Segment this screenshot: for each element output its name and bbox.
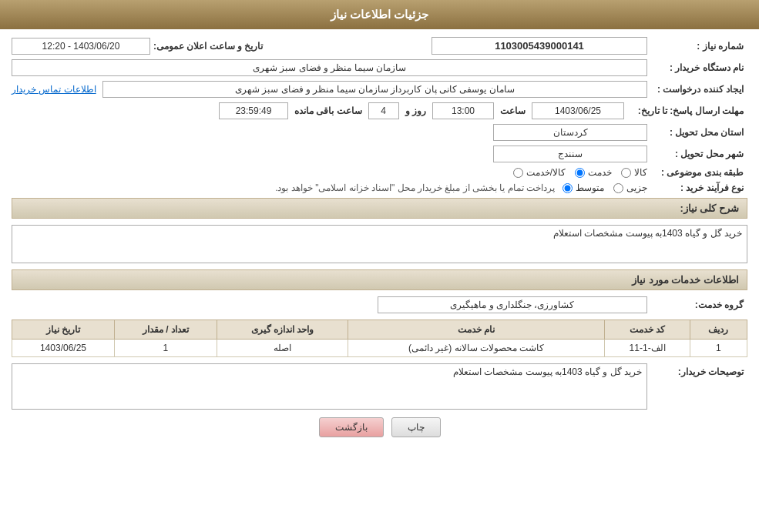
main-content: شماره نیاز : 1103005439000141 تاریخ و سا… — [0, 29, 759, 457]
cell-row-num: 1 — [690, 340, 747, 357]
services-section-title: اطلاعات خدمات مورد نیاز — [12, 269, 747, 290]
service-group-value: کشاورزی، جنگلداری و ماهیگیری — [378, 296, 647, 313]
cell-service-code: الف-1-11 — [605, 340, 690, 357]
purchase-type-mota-label: متوسط — [576, 182, 604, 193]
category-row: طبقه بندی موضوعی : کالا خدمت کالا/خدمت — [12, 167, 747, 178]
category-khedmat-label: خدمت — [588, 167, 612, 178]
need-desc-wrapper: خرید گل و گیاه 1403به پیوست مشخصات استعل… — [12, 225, 747, 263]
page-header: جزئیات اطلاعات نیاز — [0, 0, 759, 29]
need-desc-section-title: شرح کلی نیاز: — [12, 198, 747, 219]
category-label: طبقه بندی موضوعی : — [647, 167, 747, 178]
buyer-org-value: سازمان سیما منظر و فضای سبز شهری — [12, 59, 647, 76]
send-date-value: 1403/06/25 — [532, 102, 624, 119]
category-kala-khedmat-label: کالا/خدمت — [526, 167, 566, 178]
purchase-type-jozi-label: جزیی — [626, 182, 647, 193]
need-number-value: 1103005439000141 — [432, 37, 647, 55]
cell-service-name: کاشت محصولات سالانه (غیر دائمی) — [348, 340, 604, 357]
service-group-label: گروه خدمت: — [647, 299, 747, 310]
send-days-label: روز و — [405, 105, 426, 116]
category-kala-radio[interactable] — [621, 168, 631, 178]
send-time-value: 13:00 — [432, 102, 494, 119]
announce-date-value: 1403/06/20 - 12:20 — [12, 38, 150, 55]
category-option-kala-khedmat: کالا/خدمت — [513, 167, 566, 178]
purchase-type-option-mota: متوسط — [563, 182, 604, 193]
buyer-desc-row: توصیحات خریدار: خرید گل و گیاه 1403به پی… — [12, 363, 747, 410]
contact-link[interactable]: اطلاعات تماس خریدار — [12, 84, 96, 95]
need-number-row: شماره نیاز : 1103005439000141 تاریخ و سا… — [12, 37, 747, 55]
need-desc-value: خرید گل و گیاه 1403به پیوست مشخصات استعل… — [12, 225, 747, 263]
creator-label: ایجاد کننده درخواست : — [647, 84, 747, 95]
send-days-value: 4 — [368, 102, 399, 119]
send-time-label: ساعت — [500, 105, 526, 116]
table-header-unit: واحد اندازه گیری — [217, 320, 348, 340]
buyer-desc-value: خرید گل و گیاه 1403به پیوست مشخصات استعل… — [12, 363, 647, 410]
table-header-row-num: ردیف — [690, 320, 747, 340]
send-date-label: مهلت ارسال پاسخ: تا تاریخ: — [624, 105, 747, 116]
buyer-desc-label: توصیحات خریدار: — [647, 363, 747, 377]
remaining-time-label: ساعت باقی مانده — [294, 105, 362, 116]
purchase-type-row: نوع فرآیند خرید : جزیی متوسط پرداخت تمام… — [12, 182, 747, 193]
city-value: سنندج — [493, 146, 647, 162]
services-table: ردیف کد خدمت نام خدمت واحد اندازه گیری ت… — [12, 320, 747, 357]
cell-unit: اصله — [217, 340, 348, 357]
buyer-org-row: نام دستگاه خریدار : سازمان سیما منظر و ف… — [12, 59, 747, 76]
remaining-time-value: 23:59:49 — [219, 102, 288, 119]
province-label: استان محل تحویل : — [647, 127, 747, 138]
page-container: جزئیات اطلاعات نیاز شماره نیاز : 1103005… — [0, 0, 759, 532]
services-label: اطلاعات خدمات مورد نیاز — [632, 274, 739, 286]
back-button[interactable]: بازگشت — [319, 417, 384, 437]
print-button[interactable]: چاپ — [391, 417, 441, 437]
table-row: 1 الف-1-11 کاشت محصولات سالانه (غیر دائم… — [12, 340, 747, 357]
announce-date-label: تاریخ و ساعت اعلان عمومی: — [153, 41, 263, 52]
city-row: شهر محل تحویل : سنندج — [12, 146, 747, 162]
purchase-type-label: نوع فرآیند خرید : — [647, 182, 747, 193]
table-header-need-date: تاریخ نیاز — [12, 320, 115, 340]
purchase-type-jozi-radio[interactable] — [613, 183, 623, 193]
province-row: استان محل تحویل : کردستان — [12, 124, 747, 141]
table-header-qty: تعداد / مقدار — [114, 320, 217, 340]
creator-row: ایجاد کننده درخواست : سامان یوسفی کانی پ… — [12, 81, 747, 98]
buyer-desc-wrapper: خرید گل و گیاه 1403به پیوست مشخصات استعل… — [12, 363, 647, 410]
need-number-label: شماره نیاز : — [647, 41, 747, 52]
need-desc-label: شرح کلی نیاز: — [680, 202, 739, 214]
table-header-service-code: کد خدمت — [605, 320, 690, 340]
purchase-type-radio-group: جزیی متوسط — [563, 182, 647, 193]
category-option-kala: کالا — [621, 167, 647, 178]
table-header-service-name: نام خدمت — [348, 320, 604, 340]
category-option-khedmat: خدمت — [575, 167, 612, 178]
send-date-row: مهلت ارسال پاسخ: تا تاریخ: 1403/06/25 سا… — [12, 102, 747, 119]
buyer-org-label: نام دستگاه خریدار : — [647, 62, 747, 73]
service-group-row: گروه خدمت: کشاورزی، جنگلداری و ماهیگیری — [12, 296, 747, 313]
creator-value: سامان یوسفی کانی پان کاربرداز سازمان سیم… — [102, 81, 647, 98]
button-row: چاپ بازگشت — [12, 417, 747, 449]
page-title: جزئیات اطلاعات نیاز — [331, 8, 428, 21]
cell-qty: 1 — [114, 340, 217, 357]
province-value: کردستان — [493, 124, 647, 141]
purchase-type-mota-radio[interactable] — [563, 183, 573, 193]
category-kala-label: کالا — [634, 167, 647, 178]
cell-need-date: 1403/06/25 — [12, 340, 115, 357]
purchase-type-option-jozi: جزیی — [613, 182, 647, 193]
category-khedmat-radio[interactable] — [575, 168, 585, 178]
category-kala-khedmat-radio[interactable] — [513, 168, 523, 178]
purchase-type-note: پرداخت تمام یا بخشی از مبلغ خریدار محل "… — [12, 182, 555, 193]
category-radio-group: کالا خدمت کالا/خدمت — [513, 167, 647, 178]
city-label: شهر محل تحویل : — [647, 149, 747, 159]
